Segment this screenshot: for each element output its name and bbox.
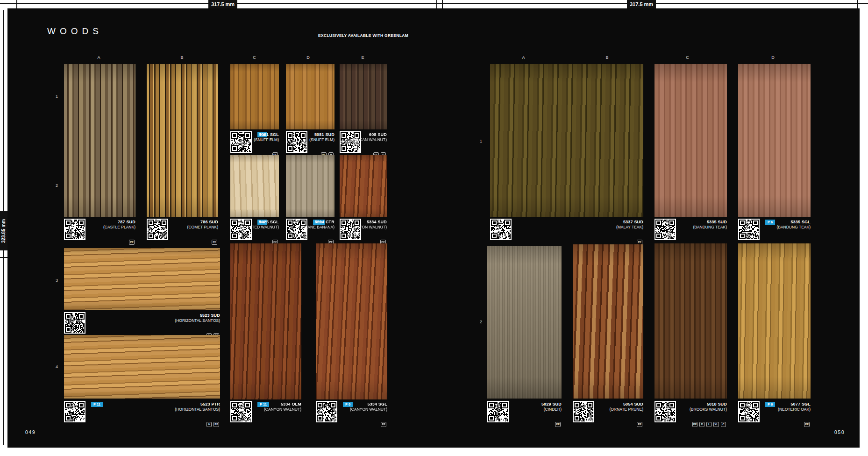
swatch-5018-sud xyxy=(655,243,727,399)
page-number-left: 049 xyxy=(25,430,36,435)
crop-mark xyxy=(0,257,7,258)
swatch-name: (BANDUNG TEAK) xyxy=(776,225,811,229)
swatch-5029-sud xyxy=(487,246,562,399)
qr-code-icon xyxy=(487,401,509,422)
qr-code-icon xyxy=(64,312,85,334)
qr-code-icon xyxy=(230,401,252,422)
qr-code-icon xyxy=(230,131,252,153)
swatch-608-sud xyxy=(340,64,387,129)
finish-badges: PF xyxy=(635,236,642,245)
finish-badges: PF xyxy=(210,236,217,245)
qr-code-icon xyxy=(738,401,760,422)
swatch-5335-sgl xyxy=(738,64,811,217)
grade-tag: P 6 xyxy=(765,220,775,225)
swatch-label: 5314 CTR(URBANE BANANA) xyxy=(298,220,334,229)
swatch-name: (SNUFF ELM) xyxy=(309,137,334,142)
swatch-label: 5081 SGL(SNUFF ELM) xyxy=(254,132,279,142)
swatch-name: (BANDUNG TEAK) xyxy=(693,225,727,229)
finish-badge-pf: PF xyxy=(692,422,698,427)
swatch-5054-sud xyxy=(573,244,643,399)
swatch-code: 5425 SGL xyxy=(240,220,279,225)
qr-code-icon xyxy=(738,219,760,240)
swatch-label: 5523 PTR(HORIZONTAL SANTOS) xyxy=(175,402,220,412)
swatch-5077-sgl xyxy=(738,243,811,399)
swatch-code: 5314 CTR xyxy=(298,220,334,225)
row-label-3: 3 xyxy=(56,278,58,283)
swatch-5081-sud xyxy=(286,64,334,129)
finish-badge-pf: PF xyxy=(212,240,217,245)
swatch-label: 608 SUD(AMERICAN WALNUT) xyxy=(346,132,387,142)
exclusive-tagline: EXCLUSIVELY AVAILABLE WITH GREENLAM xyxy=(318,33,408,38)
finish-badge-xl: XL xyxy=(713,422,719,427)
page-margin-right xyxy=(860,8,868,448)
swatch-label: 5334 SUD(CANYON WALNUT) xyxy=(349,220,387,229)
side-ruler-label: 323.85 mm xyxy=(0,211,7,250)
top-ruler-label-left: 317.5 mm xyxy=(208,0,237,8)
finish-badge-c: C xyxy=(721,422,726,427)
swatch-code: 5335 SGL xyxy=(776,220,811,225)
column-header-d: D xyxy=(771,55,775,60)
finish-badges: PFDLXLC xyxy=(690,419,726,427)
swatch-5081-sgl xyxy=(230,64,279,129)
finish-badge-pf: PF xyxy=(804,422,810,427)
column-header-b: B xyxy=(605,55,609,60)
swatch-code: 5029 SUD xyxy=(541,402,562,407)
qr-code-icon xyxy=(316,401,337,422)
finish-badge-pf: PF xyxy=(555,422,561,427)
swatch-name: (CANYON WALNUT) xyxy=(350,407,387,412)
swatch-name: (URBANE BANANA) xyxy=(298,225,334,229)
swatch-label: 5425 SGL(TOASTED WALNUT) xyxy=(240,220,279,229)
finish-badge-d: D xyxy=(699,422,704,427)
swatch-5335-sud xyxy=(655,64,727,217)
qr-code-icon xyxy=(573,401,594,422)
swatch-code: 5334 SGL xyxy=(350,402,387,407)
swatch-name: (CASTLE PLANK) xyxy=(103,225,135,229)
page-title: WOODS xyxy=(47,26,103,36)
swatch-code: 5081 SUD xyxy=(309,132,334,137)
swatch-label: 5335 SUD(BANDUNG TEAK) xyxy=(693,220,727,229)
page-margin-bottom xyxy=(0,448,868,456)
swatch-5425-sgl xyxy=(230,155,279,217)
finish-badges: PF xyxy=(553,419,561,427)
swatch-name: (SNUFF ELM) xyxy=(254,137,279,142)
swatch-5337-sud xyxy=(490,64,643,217)
qr-code-icon xyxy=(64,219,85,240)
swatch-name: (MALAY TEAK) xyxy=(616,225,643,229)
top-ruler-line xyxy=(0,3,868,4)
swatch-5314-ctr xyxy=(286,155,334,217)
column-header-a: A xyxy=(97,55,100,60)
crop-mark xyxy=(442,0,443,8)
swatch-label: 5335 SGL(BANDUNG TEAK) xyxy=(776,220,811,229)
finish-badge-l: L xyxy=(706,422,711,427)
swatch-code: 5334 OLM xyxy=(264,402,301,407)
grade-tag: P 11 xyxy=(91,402,103,407)
swatch-code: 786 SUD xyxy=(187,220,218,225)
swatch-5334-sud xyxy=(340,155,387,217)
finish-badge-pf: PF xyxy=(381,422,386,427)
column-header-a: A xyxy=(522,55,525,60)
swatch-code: 5018 SUD xyxy=(690,402,727,407)
swatch-name: (AMERICAN WALNUT) xyxy=(346,137,387,142)
top-ruler-label-right: 317.5 mm xyxy=(627,0,656,8)
column-header-c: C xyxy=(253,55,256,60)
swatch-name: (ORNATE PRUNE) xyxy=(609,407,643,412)
swatch-code: 5054 SUD xyxy=(609,402,643,407)
side-ruler-text: 323.85 mm xyxy=(1,219,7,242)
finish-badge-pf: PF xyxy=(129,240,135,245)
swatch-name: (COMET PLANK) xyxy=(187,225,218,229)
swatch-code: 787 SUD xyxy=(103,220,135,225)
swatch-code: 5335 SUD xyxy=(693,220,727,225)
catalog-spread: 317.5 mm 317.5 mm 323.85 mm WOODS EXCLUS… xyxy=(0,0,868,456)
swatch-name: (TOASTED WALNUT) xyxy=(240,225,279,229)
swatch-code: 5081 SGL xyxy=(254,132,279,137)
qr-code-icon xyxy=(286,131,307,153)
swatch-label: 5334 OLM(CANYON WALNUT) xyxy=(264,402,301,412)
swatch-label: 5081 SUD(SNUFF ELM) xyxy=(309,132,334,142)
crop-mark xyxy=(16,0,17,8)
swatch-label: 5029 SUD(CINDER) xyxy=(541,402,562,412)
qr-code-icon xyxy=(655,219,676,240)
swatch-label: 5334 SGL(CANYON WALNUT) xyxy=(350,402,387,412)
swatch-code: 5334 SUD xyxy=(349,220,387,225)
swatch-5334-olm xyxy=(230,243,301,399)
swatch-code: 5523 PTR xyxy=(175,402,220,407)
